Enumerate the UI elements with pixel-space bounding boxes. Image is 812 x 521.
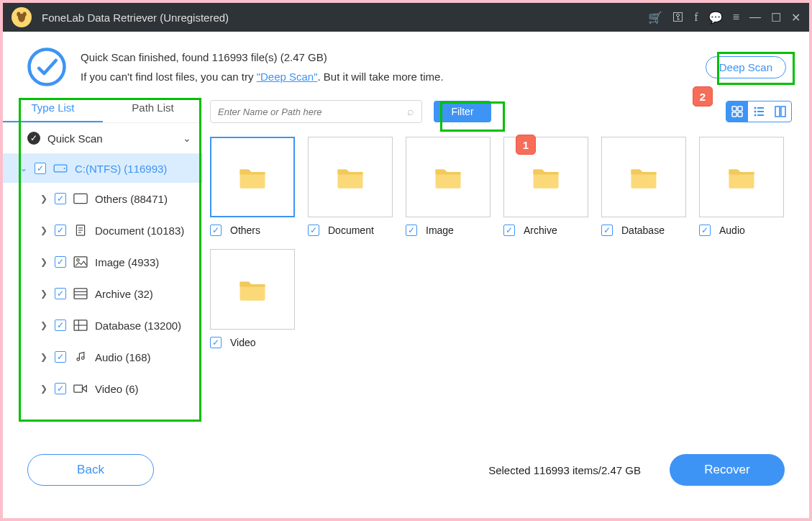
grid-item[interactable]: ✓Document <box>308 137 393 236</box>
chevron-right-icon: ❯ <box>40 194 47 204</box>
app-title: FoneLab Data Retriever (Unregistered) <box>42 12 648 24</box>
maximize-icon[interactable]: ☐ <box>771 11 781 24</box>
minimize-icon[interactable]: — <box>749 11 761 24</box>
svg-rect-20 <box>74 385 83 392</box>
checkbox[interactable]: ✓ <box>210 337 222 348</box>
annotation-badge-2: 2 <box>693 86 713 107</box>
check-bullet-icon: ✓ <box>27 132 40 145</box>
grid-thumb[interactable] <box>308 137 393 217</box>
selection-summary: Selected 116993 items/2.47 GB <box>488 464 641 476</box>
tree-root[interactable]: ✓ Quick Scan ⌄ <box>3 122 203 154</box>
checkbox[interactable]: ✓ <box>55 256 66 268</box>
svg-point-18 <box>77 358 80 361</box>
deep-scan-link[interactable]: "Deep Scan" <box>257 71 318 83</box>
tree-node-image[interactable]: ❯ ✓ Image (4933) <box>3 246 203 278</box>
search-box[interactable]: ⌕ <box>210 100 422 123</box>
grid-thumb[interactable] <box>406 137 491 217</box>
sidebar-tabs: Type List Path List <box>3 94 203 122</box>
main-panel: ⌕ Filter ✓Others✓Document✓Image✓Archive✓… <box>203 94 809 445</box>
back-button[interactable]: Back <box>27 454 154 486</box>
tab-path-list[interactable]: Path List <box>103 94 203 122</box>
search-icon[interactable]: ⌕ <box>407 105 414 118</box>
facebook-icon[interactable]: f <box>694 11 698 24</box>
cart-icon[interactable]: 🛒 <box>648 11 662 24</box>
tree-node-audio[interactable]: ❯ ✓ Audio (168) <box>3 341 203 373</box>
checkbox[interactable]: ✓ <box>55 193 66 204</box>
tree-node-document[interactable]: ❯ ✓ Document (10183) <box>3 214 203 246</box>
file-grid: ✓Others✓Document✓Image✓Archive✓Database✓… <box>210 137 792 348</box>
status-line1-mid: file(s) ( <box>248 51 284 63</box>
checkbox[interactable]: ✓ <box>55 351 66 363</box>
recover-button[interactable]: Recover <box>670 454 785 486</box>
app-logo <box>12 7 32 27</box>
tree-node-label: Video (6) <box>95 383 139 395</box>
checkbox[interactable]: ✓ <box>55 320 66 331</box>
archive-icon <box>73 288 88 299</box>
svg-rect-30 <box>757 114 764 116</box>
chevron-right-icon: ❯ <box>40 384 47 394</box>
svg-point-19 <box>81 357 84 360</box>
deep-scan-button[interactable]: Deep Scan <box>706 56 786 78</box>
chevron-right-icon: ❯ <box>40 289 47 299</box>
grid-thumb[interactable] <box>699 137 784 217</box>
grid-item[interactable]: ✓Image <box>406 137 491 236</box>
titlebar-buttons: 🛒 ⚿ f 💬 ≡ — ☐ ✕ <box>648 11 800 24</box>
checkbox[interactable]: ✓ <box>55 288 66 299</box>
grid-item[interactable]: ✓Video <box>210 249 295 348</box>
svg-point-1 <box>23 12 27 17</box>
tree-node-label: Audio (168) <box>95 351 151 363</box>
status-size: 2.47 GB <box>284 51 324 63</box>
checkbox[interactable]: ✓ <box>55 225 66 236</box>
chevron-right-icon: ❯ <box>40 225 47 235</box>
grid-thumb[interactable] <box>601 137 686 217</box>
document-icon <box>73 225 88 236</box>
key-icon[interactable]: ⚿ <box>672 11 684 24</box>
feedback-icon[interactable]: 💬 <box>708 11 723 24</box>
grid-thumb[interactable] <box>210 249 295 330</box>
grid-item-label: Database <box>621 225 665 236</box>
view-detail-icon[interactable] <box>770 101 791 122</box>
filter-button[interactable]: Filter <box>434 101 491 122</box>
view-grid-icon[interactable] <box>726 101 748 122</box>
checkbox[interactable]: ✓ <box>601 225 613 236</box>
grid-item[interactable]: ✓Audio <box>699 137 784 236</box>
status-row: Quick Scan finished, found 116993 file(s… <box>3 32 809 94</box>
menu-icon[interactable]: ≡ <box>733 11 739 24</box>
database-icon <box>73 320 88 331</box>
checkbox[interactable]: ✓ <box>55 383 66 394</box>
tree-root-label: Quick Scan <box>47 132 103 145</box>
svg-point-0 <box>17 12 20 17</box>
audio-icon <box>73 351 88 363</box>
svg-rect-26 <box>757 107 764 109</box>
tree-drive[interactable]: ⌄ ✓ C:(NTFS) (116993) <box>3 154 203 183</box>
grid-item-label: Image <box>426 225 454 236</box>
tab-type-list[interactable]: Type List <box>3 94 103 122</box>
search-input[interactable] <box>218 107 407 117</box>
tree-node-video[interactable]: ❯ ✓ Video (6) <box>3 373 203 404</box>
grid-item[interactable]: ✓Others <box>210 137 295 236</box>
grid-item[interactable]: ✓Database <box>601 137 686 236</box>
sidebar: Type List Path List ✓ Quick Scan ⌄ ⌄ ✓ C… <box>3 94 203 445</box>
tree-node-archive[interactable]: ❯ ✓ Archive (32) <box>3 278 203 309</box>
checkbox[interactable]: ✓ <box>699 225 711 236</box>
grid-item-label: Others <box>230 225 260 236</box>
tree-node-label: Database (13200) <box>95 320 181 332</box>
checkbox[interactable]: ✓ <box>503 225 515 236</box>
checkbox[interactable]: ✓ <box>406 225 417 236</box>
view-list-icon[interactable] <box>748 101 770 122</box>
checkbox[interactable]: ✓ <box>210 225 222 236</box>
status-text: Quick Scan finished, found 116993 file(s… <box>81 47 706 86</box>
tree-node-database[interactable]: ❯ ✓ Database (13200) <box>3 309 203 341</box>
svg-rect-21 <box>732 107 736 111</box>
grid-thumb[interactable] <box>210 137 295 217</box>
tree-node-others[interactable]: ❯ ✓ Others (88471) <box>3 183 203 214</box>
svg-point-29 <box>754 114 757 117</box>
close-icon[interactable]: ✕ <box>791 11 800 24</box>
checkbox[interactable]: ✓ <box>308 225 319 236</box>
checkbox[interactable]: ✓ <box>35 163 46 174</box>
status-line2-prefix: If you can't find lost files, you can tr… <box>81 71 257 83</box>
chevron-down-icon: ⌄ <box>20 163 27 173</box>
footer: Back Selected 116993 items/2.47 GB Recov… <box>3 445 809 495</box>
chevron-down-icon: ⌄ <box>183 132 191 144</box>
grid-item-label: Document <box>328 225 374 236</box>
